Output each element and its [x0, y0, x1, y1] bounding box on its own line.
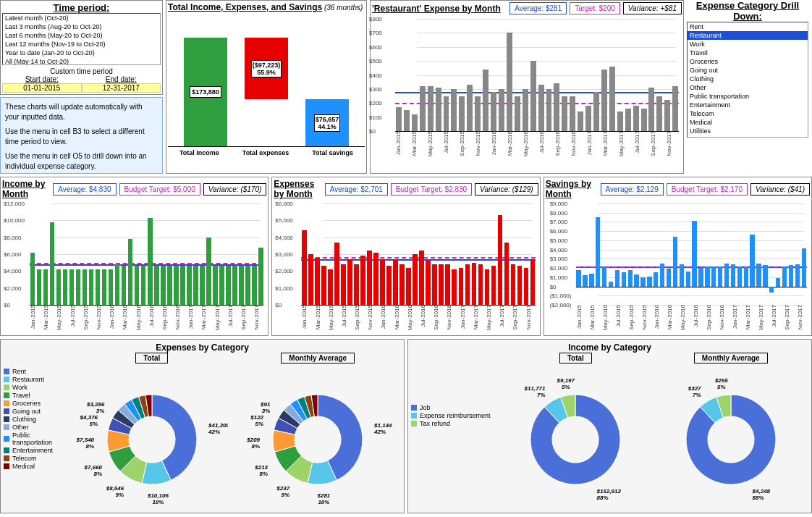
list-item[interactable]: Rent	[688, 22, 808, 31]
income-target-chip: Budget Target: $5,000	[119, 183, 200, 196]
info-line: Use the menu in cell O5 to drill down in…	[5, 151, 158, 172]
svg-text:9%: 9%	[115, 492, 124, 498]
savings-target-chip: Budget Target: $2,170	[667, 183, 748, 196]
svg-text:7%: 7%	[537, 392, 546, 398]
totals-xlabel: Total Income	[179, 149, 219, 156]
svg-text:42%: 42%	[373, 429, 386, 435]
list-item[interactable]: Last 3 months (Aug-20 to Oct-20)	[3, 22, 160, 31]
list-item[interactable]: Medical	[688, 118, 808, 127]
time-period-listbox[interactable]: Latest month (Oct-20)Last 3 months (Aug-…	[2, 13, 161, 65]
savings-variance-chip: Variance: ($41)	[750, 183, 810, 196]
time-period-panel: Time period: Latest month (Oct-20)Last 3…	[0, 0, 163, 95]
exp-avg-donut: $1,14442%$28110%$2379%$2138%$2098%$1225%…	[242, 363, 394, 508]
svg-text:88%: 88%	[752, 495, 764, 501]
inc-cat-title: Income by Category	[411, 342, 808, 353]
restaurant-title: 'Restaurant' Expense by Month	[372, 4, 507, 14]
savings-title: Savings by Month	[546, 179, 598, 199]
svg-text:$91: $91	[260, 401, 271, 408]
svg-text:$41,200: $41,200	[208, 422, 228, 429]
exp-cat-title: Expenses by Category	[4, 342, 401, 353]
svg-text:3%: 3%	[96, 408, 105, 414]
expenses-variance-chip: Variance: ($129)	[475, 183, 538, 196]
svg-text:8%: 8%	[93, 471, 102, 477]
list-item[interactable]: Clothing	[688, 75, 808, 83]
totals-xlabel: Total savings	[312, 149, 353, 156]
expenses-target-chip: Budget Target: $2,830	[391, 183, 472, 196]
svg-text:10%: 10%	[318, 499, 330, 505]
svg-text:7%: 7%	[693, 392, 701, 398]
list-item[interactable]: Latest month (Oct-20)	[3, 14, 160, 22]
list-item[interactable]: Entertainment	[688, 101, 808, 109]
start-date-input[interactable]: 01-01-2015	[2, 83, 82, 93]
restaurant-target-chip: Target: $200	[570, 2, 620, 14]
list-item[interactable]: All (May-14 to Oct-20)	[3, 57, 160, 65]
info-line: These charts will update automatically w…	[5, 102, 158, 122]
inc-total-subtitle: Total	[559, 353, 592, 363]
svg-text:$237: $237	[276, 485, 290, 492]
svg-text:8%: 8%	[252, 443, 261, 450]
svg-text:3%: 3%	[262, 408, 271, 414]
exp-total-subtitle: Total	[135, 353, 168, 363]
savings-pct: 44.1%	[316, 123, 339, 130]
restaurant-bar-chart: $0$100$200$300$400$500$600$700$800	[395, 19, 679, 131]
svg-text:$7,660: $7,660	[83, 464, 102, 471]
svg-text:5%: 5%	[255, 421, 264, 427]
svg-text:5%: 5%	[89, 421, 98, 427]
svg-text:$327: $327	[688, 385, 701, 392]
list-item[interactable]: Going out	[688, 66, 808, 75]
list-item[interactable]: Last 6 months (May-20 to Oct-20)	[3, 31, 160, 40]
custom-period-label: Custom time period	[2, 67, 161, 75]
svg-text:$7,540: $7,540	[76, 437, 95, 443]
income-bar: $173,880	[184, 38, 227, 146]
savings-bar-chart: ($2,000)($1,000)$0$1,000$2,000$3,000$4,0…	[576, 203, 807, 305]
totals-xlabel: Total expenses	[242, 149, 289, 156]
exp-total-donut: $41,20042%$10,10610%$8,5469%$7,6608%$7,5…	[76, 363, 228, 508]
list-item[interactable]: Last 12 months (Nov-19 to Oct-20)	[3, 40, 160, 49]
income-value: $173,880	[190, 86, 221, 98]
list-item[interactable]: Year to date (Jan-20 to Oct-20)	[3, 49, 160, 57]
time-period-title: Time period:	[2, 2, 161, 13]
list-item[interactable]: Groceries	[688, 57, 808, 66]
expenses-chart-panel: Expenses by Month Average: $2,701 Budget…	[271, 177, 540, 336]
totals-duration: (36 months)	[324, 4, 363, 12]
svg-text:$11,771: $11,771	[524, 385, 546, 392]
info-line: Use the menu in cell B3 to select a diff…	[5, 127, 158, 147]
svg-text:42%: 42%	[208, 429, 220, 435]
svg-text:$9,197: $9,197	[557, 377, 575, 384]
savings-chart-panel: Savings by Month Average: $2,129 Budget …	[544, 177, 812, 336]
restaurant-chart-panel: 'Restaurant' Expense by Month Average: $…	[370, 0, 684, 174]
end-date-input[interactable]: 12-31-2017	[82, 83, 161, 93]
expenses-bar-chart: $0$1,000$2,000$3,000$4,000$5,000$6,000	[301, 203, 535, 305]
svg-text:$8,546: $8,546	[105, 485, 124, 492]
list-item[interactable]: Gifts	[688, 135, 808, 138]
svg-text:$255: $255	[714, 377, 728, 384]
drill-title: Expense Category Drill Down:	[687, 0, 808, 22]
list-item[interactable]: Travel	[688, 49, 808, 57]
restaurant-avg-chip: Average: $281	[509, 2, 567, 14]
expenses-value: ($97,223)	[253, 62, 281, 69]
income-category-panel: Income by Category JobExpense reimbursem…	[407, 339, 812, 513]
income-variance-chip: Variance: ($170)	[203, 183, 267, 196]
info-box: These charts will update automatically w…	[0, 97, 163, 174]
start-date-label: Start date:	[2, 75, 82, 83]
inc-total-donut: $152,91288%$11,7717%$9,1975%	[503, 363, 648, 508]
expenses-category-panel: Expenses by Category RentRestaurantWorkT…	[0, 339, 405, 513]
list-item[interactable]: Telecom	[688, 109, 808, 118]
exp-cat-legend: RentRestaurantWorkTravelGroceriesGoing o…	[4, 367, 69, 510]
income-bar-chart: $0$2,000$4,000$6,000$8,000$10,000$12,000	[30, 203, 263, 305]
savings-value: $76,657	[316, 116, 339, 123]
list-item[interactable]: Utilities	[688, 127, 808, 135]
savings-bar: $76,657 44.1%	[305, 99, 349, 146]
svg-text:$3,286: $3,286	[86, 401, 105, 408]
svg-text:8%: 8%	[260, 471, 268, 477]
list-item[interactable]: Other	[688, 83, 808, 92]
svg-text:10%: 10%	[152, 499, 164, 505]
drill-listbox[interactable]: RentRestaurantWorkTravelGroceriesGoing o…	[687, 22, 808, 138]
income-title: Income by Month	[2, 179, 50, 199]
exp-avg-subtitle: Monthly Average	[281, 353, 355, 363]
svg-text:$122: $122	[250, 414, 264, 421]
list-item[interactable]: Restaurant	[688, 31, 808, 40]
list-item[interactable]: Public transportation	[688, 92, 808, 101]
list-item[interactable]: Work	[688, 40, 808, 49]
expenses-bar: ($97,223) 55.9%	[245, 38, 288, 99]
